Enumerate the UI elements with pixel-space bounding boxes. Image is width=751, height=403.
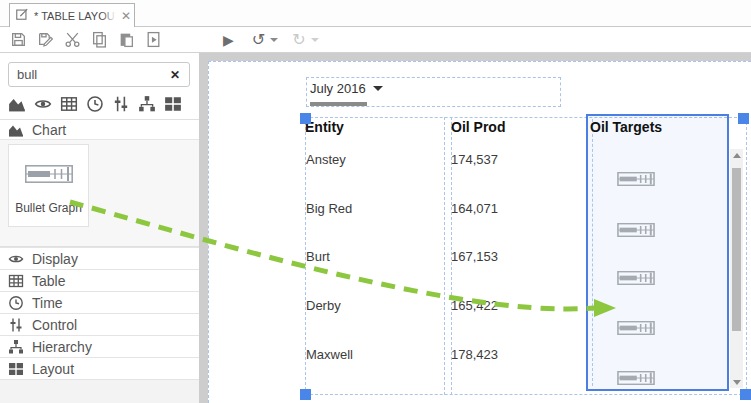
search-input[interactable] (9, 67, 161, 82)
bullet-graph-placeholder-icon (617, 371, 655, 385)
eye-icon (8, 251, 24, 267)
time-filter-value: July 2016 (310, 81, 366, 96)
edit-icon (15, 7, 29, 25)
cell-entity[interactable]: Derby (306, 298, 341, 313)
cell-oil-prod[interactable]: 164,071 (451, 201, 498, 216)
column-header-oil-prod[interactable]: Oil Prod (451, 119, 505, 135)
chart-icon[interactable] (8, 95, 26, 113)
dashboard-page[interactable]: July 2016 Entity Oil Prod Oil Targets An… (208, 61, 751, 403)
sidebar-item-control[interactable]: Control (0, 313, 199, 335)
bullet-graph-placeholder-icon (617, 172, 655, 186)
save-icon[interactable] (9, 31, 27, 49)
control-icon[interactable] (112, 95, 130, 113)
sidebar-item-label: Time (32, 295, 63, 311)
column-guide (444, 117, 445, 395)
sidebar-item-label: Hierarchy (32, 339, 92, 355)
cell-oil-prod[interactable]: 178,423 (451, 347, 498, 362)
layout-icon (8, 361, 24, 377)
cell-oil-prod[interactable]: 174,537 (451, 152, 498, 167)
cut-icon[interactable] (63, 31, 81, 49)
chart-section-body: Bullet Graph (0, 139, 199, 247)
redo-icon[interactable]: ↻ (292, 32, 305, 48)
tab-title: * TABLE LAYOUT TUTORIAL (34, 10, 116, 22)
export-icon[interactable] (144, 31, 162, 49)
sidebar-item-label: Table (32, 273, 65, 289)
section-header-chart[interactable]: Chart (0, 119, 199, 139)
display-icon[interactable] (34, 95, 52, 113)
clock-icon (8, 295, 24, 311)
category-filter-row (8, 95, 182, 113)
scrollbar-thumb[interactable] (732, 168, 741, 331)
table-icon[interactable] (60, 95, 78, 113)
selected-oil-targets-column[interactable] (586, 114, 729, 391)
chart-icon (8, 122, 24, 138)
column-header-oil-targets[interactable]: Oil Targets (590, 119, 662, 135)
run-button[interactable]: ▶ (223, 33, 234, 47)
sidebar-item-table[interactable]: Table (0, 269, 199, 291)
copy-icon[interactable] (90, 31, 108, 49)
section-header-label: Chart (32, 122, 66, 138)
bullet-graph-label: Bullet Graph (9, 201, 88, 215)
sidebar-item-label: Layout (32, 361, 74, 377)
cell-oil-prod[interactable]: 165,422 (451, 298, 498, 313)
tab-close-icon[interactable]: ✕ (121, 10, 131, 22)
hierarchy-icon (8, 339, 24, 355)
component-search-box: ✕ (8, 62, 190, 87)
cell-oil-prod[interactable]: 167,153 (451, 249, 498, 264)
sidebar-item-hierarchy[interactable]: Hierarchy (0, 335, 199, 357)
bullet-graph-placeholder-icon (617, 223, 655, 237)
hierarchy-icon[interactable] (138, 95, 156, 113)
sidebar-item-label: Display (32, 251, 78, 267)
paste-icon[interactable] (117, 31, 135, 49)
scroll-up-icon[interactable] (730, 149, 743, 161)
selection-handle-bottom-right[interactable] (740, 389, 751, 400)
section-list: Display Table Time Control Hierarchy Lay… (0, 247, 199, 379)
cell-entity[interactable]: Big Red (306, 201, 352, 216)
selection-handle-bottom-left[interactable] (300, 389, 311, 400)
sliders-icon (8, 317, 24, 333)
tab-table-layout-tutorial[interactable]: * TABLE LAYOUT TUTORIAL ✕ (9, 3, 135, 28)
layout-icon[interactable] (164, 95, 182, 113)
cell-entity[interactable]: Anstey (306, 152, 346, 167)
cell-entity[interactable]: Maxwell (306, 347, 353, 362)
bullet-graph-placeholder-icon (617, 271, 655, 285)
column-guide (592, 119, 593, 386)
design-canvas[interactable]: July 2016 Entity Oil Prod Oil Targets An… (199, 53, 751, 403)
clear-search-icon[interactable]: ✕ (161, 68, 189, 82)
table-icon (8, 273, 24, 289)
undo-dropdown-caret-icon[interactable] (270, 38, 278, 42)
sidebar-item-label: Control (32, 317, 77, 333)
scroll-down-icon[interactable] (730, 376, 743, 388)
sidebar-item-layout[interactable]: Layout (0, 357, 199, 379)
time-filter-dropdown[interactable]: July 2016 (310, 81, 383, 96)
sidebar-filler (0, 379, 199, 403)
bullet-graph-item[interactable]: Bullet Graph (8, 144, 89, 227)
selection-handle-top-left[interactable] (300, 113, 311, 124)
main-toolbar: ▶ ↺ ↻ (0, 27, 751, 53)
cell-entity[interactable]: Burt (306, 249, 330, 264)
bullet-graph-placeholder-icon (617, 321, 655, 335)
dropdown-caret-icon (373, 86, 383, 91)
time-filter-underline (310, 102, 367, 106)
redo-dropdown-caret-icon[interactable] (311, 38, 319, 42)
bullet-graph-icon (9, 165, 88, 187)
selection-handle-top-right[interactable] (738, 113, 749, 124)
time-icon[interactable] (86, 95, 104, 113)
tab-bar: * TABLE LAYOUT TUTORIAL ✕ (0, 0, 751, 27)
table-scrollbar[interactable] (730, 149, 743, 388)
undo-icon[interactable]: ↺ (252, 32, 265, 48)
sidebar-item-time[interactable]: Time (0, 291, 199, 313)
save-as-icon[interactable] (36, 31, 54, 49)
sidebar-item-display[interactable]: Display (0, 247, 199, 269)
time-filter-region: July 2016 (306, 77, 561, 107)
component-sidebar: ✕ Chart (0, 53, 199, 403)
